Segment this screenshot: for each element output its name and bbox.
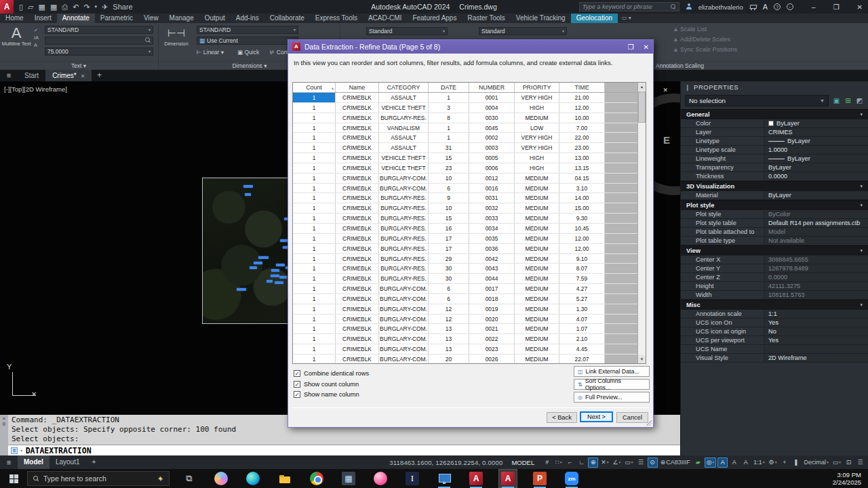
text-panel-label[interactable]: Text ▾ (0, 61, 157, 70)
table-row[interactable]: 1CRIMEBLKBURGLARY-COM.130021MEDIUM1.07 (293, 324, 637, 334)
quick-dim-button[interactable]: ▣ Quick (237, 49, 259, 56)
property-value[interactable]: ByColor (764, 210, 868, 218)
ribbon-tab-view[interactable]: View (138, 14, 164, 23)
multiline-text-button[interactable]: A Multiline Text (1, 25, 31, 47)
polar-tracking-icon[interactable]: ⊕ (588, 458, 598, 468)
object-snap-icon[interactable]: ▭▾ (623, 458, 634, 468)
property-value[interactable]: Model (764, 228, 868, 236)
file-tabs-menu-icon[interactable]: ≡ (0, 70, 18, 81)
property-value[interactable]: 1267978.8489 (764, 264, 868, 272)
autocad-logo-icon[interactable]: A (0, 0, 14, 14)
dim-style-combo[interactable]: STANDARD▾ (197, 26, 298, 34)
property-value[interactable]: 1:1 (764, 310, 868, 318)
current-annotation-scale-icon[interactable]: 1:1▾ (752, 458, 766, 468)
annotation-autoscale-icon[interactable]: A (729, 458, 739, 468)
text-height-icon[interactable]: A (34, 42, 39, 48)
close-button[interactable]: ✕ (857, 3, 863, 11)
button-link-external-data-[interactable]: ◫Link External Data... (574, 366, 650, 377)
section-header-view[interactable]: View▾ (681, 245, 868, 256)
qat-dropdown-icon[interactable]: ▾ (95, 4, 98, 9)
find-text-input[interactable] (45, 37, 153, 45)
property-value[interactable]: 108181.5763 (764, 291, 868, 299)
table-row[interactable]: 1CRIMEBLKBURGLARY-COM.120019MEDIUM1.30 (293, 304, 637, 314)
snap-mode-icon[interactable]: ∷▾ (553, 458, 564, 468)
property-value[interactable]: No (764, 327, 868, 336)
save-as-icon[interactable]: ▦ (50, 3, 57, 12)
spellcheck-icon[interactable]: ✓ (34, 27, 39, 33)
table-row[interactable]: 1CRIMEBLKBURGLARY-RES.160034MEDIUM10.45 (293, 224, 637, 234)
property-value[interactable]: 0.0000 (764, 273, 868, 281)
table-row[interactable]: 1CRIMEBLKBURGLARY-RES.100032MEDIUM15.00 (293, 203, 637, 214)
layout-menu-icon[interactable]: ≡ (0, 457, 18, 468)
table-row[interactable]: 1CRIMEBLKVEHICLE THEFT150005HIGH13.00 (293, 153, 637, 163)
property-row[interactable]: Linetype scale1.0000 (681, 146, 868, 155)
start-button[interactable] (0, 469, 27, 488)
table-row[interactable]: 1CRIMEBLKBURGLARY-COM.60018MEDIUM5.27 (293, 294, 637, 304)
palette-grip-icon[interactable]: ❙ (685, 84, 690, 91)
scroll-down-icon[interactable]: ▼ (638, 355, 646, 363)
taskbar-powerpoint-icon[interactable]: P (531, 470, 549, 487)
dim-layer-combo[interactable]: ▦Use Current▾ (197, 37, 298, 45)
table-row[interactable]: 1CRIMEBLKBURGLARY-RES.300043MEDIUM8.07 (293, 264, 637, 274)
text-height-combo[interactable]: 75.0000▾ (45, 47, 153, 56)
command-wrench-icon[interactable]: ⚙ (0, 422, 8, 427)
taskbar-file-explorer-icon[interactable] (276, 470, 294, 487)
isodraft-icon[interactable]: ▰ (693, 458, 703, 468)
command-input[interactable]: ≡ ▾ DATAEXTRACTION (8, 445, 680, 455)
table-row[interactable]: 1CRIMEBLKBURGLARY-RES.170035MEDIUM12.00 (293, 234, 637, 244)
customization-menu-icon[interactable]: ☰ (855, 458, 865, 468)
column-header-date[interactable]: DATE (429, 83, 469, 92)
taskbar-chrome-browser-icon[interactable] (308, 470, 326, 487)
property-row[interactable]: LinetypeByLayer (681, 137, 868, 146)
annotation-scaling-label[interactable]: Annotation Scaling (652, 61, 868, 70)
column-header-priority[interactable]: PRIORITY (515, 83, 559, 92)
table-row[interactable]: 1CRIMEBLKBURGLARY-COM.60016MEDIUM3.10 (293, 184, 637, 194)
drawing-units-icon[interactable]: Decimal▾ (802, 458, 829, 468)
property-row[interactable]: UCS Name (681, 345, 868, 354)
checkbox-combine-identical-rows[interactable]: ✓Combine identical rows (294, 370, 369, 377)
property-row[interactable]: Center X3088845.6655 (681, 256, 868, 264)
infer-constraints-icon[interactable]: ⌐ (565, 458, 575, 468)
property-value[interactable] (764, 345, 868, 353)
table-row[interactable]: 1CRIMEBLKVANDALISM10045LOW7.00 (293, 123, 637, 134)
taskbar-clock[interactable]: 3:09 PM 2/24/2025 (833, 471, 868, 486)
table-row[interactable]: 1CRIMEBLKBURGLARY-RES.170036MEDIUM12.00 (293, 244, 637, 254)
ribbon-tab-vehicle-tracking[interactable]: Vehicle Tracking (511, 14, 571, 23)
table-row[interactable]: 1CRIMEBLKBURGLARY-RES.290042MEDIUM9.10 (293, 254, 637, 264)
ribbon-tab-parametric[interactable]: Parametric (95, 14, 138, 23)
table-scrollbar[interactable]: ▲ ▼ (637, 83, 646, 363)
user-avatar[interactable] (686, 3, 692, 10)
ribbon-tab-raster-tools[interactable]: Raster Tools (462, 14, 510, 23)
next-button[interactable]: Next > (580, 411, 613, 422)
toggle-pickadd-icon[interactable]: ▣ (832, 97, 841, 104)
column-header-name[interactable]: Name (336, 83, 379, 92)
app-store-cart-icon[interactable] (749, 4, 757, 10)
column-header-number[interactable]: NUMBER (469, 83, 515, 92)
property-value[interactable]: 0.0000 (764, 172, 868, 180)
ribbon-tab-annotate[interactable]: Annotate (57, 14, 95, 23)
customization-plus-icon[interactable]: + (779, 458, 789, 468)
checkbox-show-name-column[interactable]: ✓Show name column (294, 391, 359, 398)
property-value[interactable]: Yes (764, 319, 868, 327)
property-value[interactable]: Yes (764, 336, 868, 344)
object-snap-tracking-icon[interactable]: ✕▾ (599, 458, 610, 468)
cancel-button[interactable]: Cancel (616, 412, 648, 423)
property-value[interactable]: 42111.3275 (764, 282, 868, 290)
property-value[interactable]: CRIMES (764, 128, 868, 136)
share-label[interactable]: Share (113, 3, 132, 11)
table-row[interactable]: 1CRIMEBLKASSAULT10001VERY HIGH21.00 (293, 93, 637, 103)
property-value[interactable]: Not available (764, 237, 868, 245)
ribbon-tab-output[interactable]: Output (199, 14, 231, 23)
ribbon-tab-home[interactable]: Home (0, 14, 29, 23)
property-value[interactable]: 1.0000 (764, 146, 868, 154)
new-layout-button[interactable]: + (85, 455, 102, 469)
property-value[interactable]: Default R14 pen assignments.ctb (764, 219, 868, 227)
checkbox-show-count-column[interactable]: ✓Show count column (294, 381, 359, 388)
isometric-drafting-icon[interactable]: ∠▾ (612, 458, 623, 468)
ribbon-tab-geolocation[interactable]: Geolocation (571, 14, 618, 23)
property-value[interactable]: 3088845.6655 (764, 256, 868, 264)
column-header-category[interactable]: CATEGORY (379, 83, 429, 92)
property-row[interactable]: UCS icon OnYes (681, 319, 868, 327)
new-drawing-tab-button[interactable]: + (92, 70, 106, 81)
table-row[interactable]: 1CRIMEBLKVEHICLE THEFT30004HIGH12.00 (293, 103, 637, 113)
